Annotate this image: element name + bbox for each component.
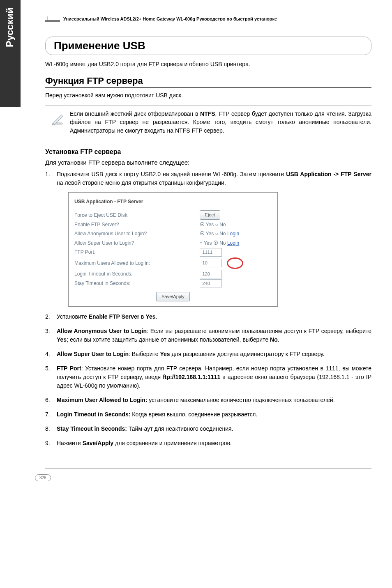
step-6: Maximum User Allowed to Login: установит… [45,396,371,404]
s2b: Enable FTP Server [89,313,139,320]
row-stimeout-label: Stay Timeout in Seconds: [74,279,200,288]
s7a: Login Timeout in Seconds: [57,411,130,418]
s7b: Когда время вышло, соединение разрываетс… [130,411,257,418]
steps-list: Подключите USB диск к порту USB2.0 на за… [45,170,371,448]
s3e: No [270,336,278,343]
s3c: Yes [57,336,67,343]
stay-timeout-input[interactable]: 240 [200,279,222,288]
row-port-label: FTP Port: [74,248,200,257]
note-bold-ntfs: NTFS [200,110,215,117]
s2d: Yes [145,313,155,320]
step-1: Подключите USB диск к порту USB2.0 на за… [45,170,371,307]
row-enable-value[interactable]: ⦿ Yes ○ No [200,220,272,229]
note-part-1: Если внешний жесткий диск отформатирован… [70,110,200,117]
step-4: Allow Super User to Login: Выберите Yes … [45,350,371,358]
title-box: Применение USB [45,37,371,55]
header-text: Униеерсальный Wireless ADSL2/2+ Home Gat… [63,16,277,21]
router-icon [45,16,60,22]
s3a: Allow Anonymous User to Login [57,328,147,334]
language-label: Русский [0,0,20,55]
page-footer: 328 [45,468,371,481]
step-5: FTP Port: Установите номер порта для FTP… [45,364,371,390]
s2c: в [139,313,145,320]
s4a: Allow Super User to Login [57,351,129,357]
s6b: установите максимальное количество подкл… [147,397,334,403]
highlight-circle [227,257,243,269]
step-3: Allow Anonymous User to Login: Если вы р… [45,327,371,344]
login-timeout-input[interactable]: 120 [200,270,222,278]
ftp-port-input[interactable]: 1111 [200,248,222,257]
step1-bold: USB Application -> FTP Server [286,171,371,177]
s2e: . [156,313,157,320]
svg-rect-0 [45,20,60,22]
s3d: ; если вы хотите защитить данные от анон… [67,336,270,343]
row-super-value[interactable]: ○ Yes ⦿ No [200,240,227,246]
step1-pre: Подключите USB диск к порту USB2.0 на за… [57,171,286,177]
screenshot-table: Force to Eject USE Disk:Eject Enable FTP… [74,210,272,288]
install-intro: Для установки FTP сервера выполните след… [45,159,371,166]
eject-button[interactable]: Eject [200,210,220,220]
s3f: . [278,336,279,343]
row-max-label: Maximum Users Allowed to Log in: [74,257,200,269]
note-text: Если внешний жесткий диск отформатирован… [70,110,371,135]
s8a: Stay Timeout in Seconds: [57,425,127,432]
install-subheading: Установка FTP сервера [45,148,371,156]
step-9: Нажмите Save/Apply для сохранения и прим… [45,439,371,448]
s4b: : Выберите [129,351,160,357]
s5c: ftp://192.168.1.1:1111 [163,374,220,380]
step-8: Stay Timeout in Seconds: Тайм-аут для не… [45,425,371,433]
row-anon-label: Allow Anonymous User to Login? [74,229,200,238]
running-header: Униеерсальный Wireless ADSL2/2+ Home Gat… [45,16,371,24]
row-ltimeout-label: Login Timeout in Seconds: [74,269,200,279]
s4c: Yes [160,351,170,357]
section-ftp-heading: Функция FTP сервера [45,76,371,88]
screenshot-title: USB Application - FTP Server [74,198,272,206]
s9a: Нажмите [57,440,83,446]
row-enable-label: Enable FTP Server? [74,220,200,229]
footer-rule [45,468,371,469]
s3b: : Если вы разрешаете анонимным пользоват… [147,328,371,334]
super-login-link[interactable]: Login [227,240,239,246]
s9b: Save/Apply [83,440,113,446]
page-title: Применение USB [54,39,363,52]
row-eject-label: Force to Eject USE Disk: [74,210,200,220]
s5a: FTP Port [57,365,81,372]
anon-login-link[interactable]: Login [227,231,239,237]
language-sidebar: Русский [0,0,21,107]
pencil-icon [45,110,70,135]
prep-text: Перед установкой вам нужно подготовит US… [45,92,371,99]
s9c: для сохранения и применения параметров. [113,440,232,446]
ftp-config-screenshot: USB Application - FTP Server Force to Ej… [68,192,278,307]
row-super-label: Allow Super User to Login? [74,239,200,248]
note-box: Если внешний жесткий диск отформатирован… [45,105,371,139]
save-apply-button[interactable]: Save/Apply [156,292,190,301]
page-body: Униеерсальный Wireless ADSL2/2+ Home Gat… [29,0,392,494]
max-users-input[interactable]: 10 [200,259,222,267]
intro-text: WL-600g имеет два USB2.0 порта для FTP с… [45,61,371,67]
step1-post: на левой стороне меню для открытия стран… [57,179,226,186]
page-number: 328 [35,474,51,481]
s6a: Maximum User Allowed to Login: [57,397,147,403]
row-anon-value[interactable]: ⦿ Yes ○ No [200,231,227,237]
s2a: Установите [57,313,89,320]
step-7: Login Timeout in Seconds: Когда время вы… [45,410,371,419]
s4d: для разрешения доступа администратору к … [170,351,325,357]
s8b: Тайм-аут для неактивного соединения. [127,425,233,432]
step-2: Установите Enable FTP Server в Yes. [45,312,371,321]
